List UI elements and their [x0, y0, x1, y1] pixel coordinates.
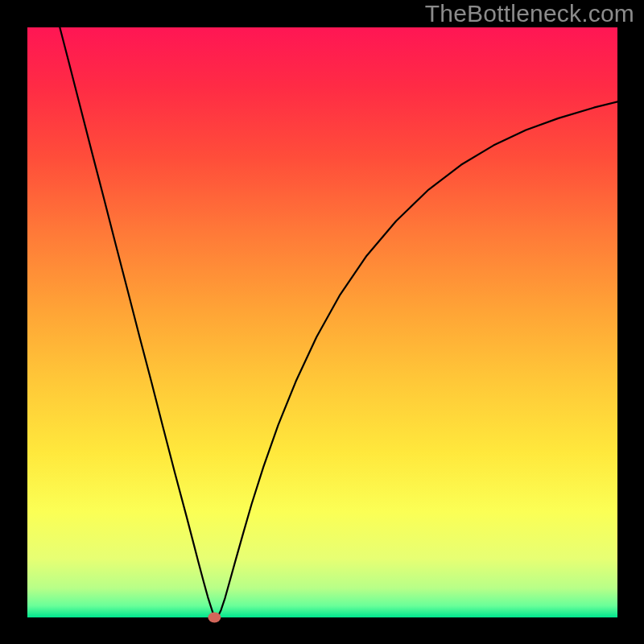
plot-background — [27, 27, 617, 617]
optimal-point-marker — [208, 613, 221, 623]
chart-svg — [0, 0, 644, 644]
watermark-text: TheBottleneck.com — [425, 0, 634, 27]
bottleneck-chart: TheBottleneck.com — [0, 0, 644, 644]
